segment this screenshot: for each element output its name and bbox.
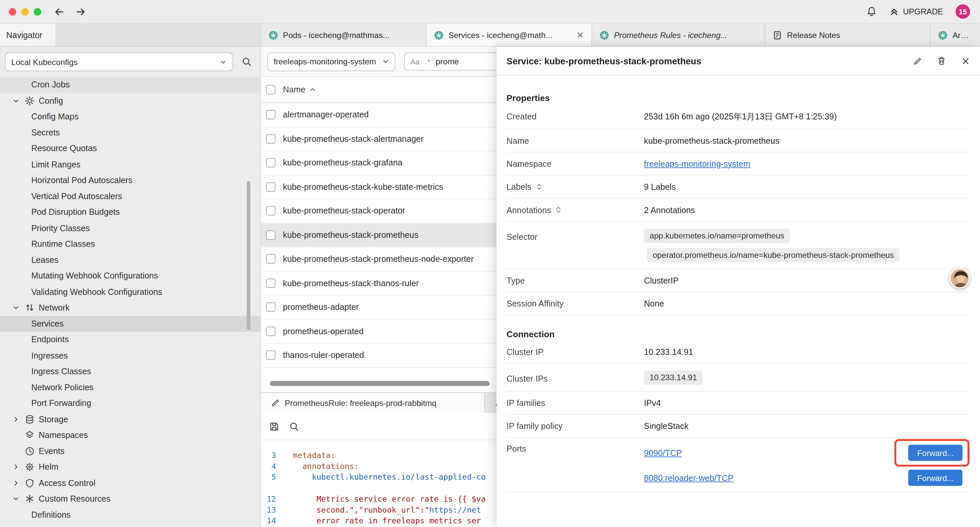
tab-prometheus-rules-icecheng[interactable]: Prometheus Rules - icecheng...: [592, 24, 765, 46]
line-content: kubectl.kubernetes.io/last-applied-co: [283, 471, 486, 482]
row-checkbox[interactable]: [266, 303, 275, 312]
port-link[interactable]: 8080:reloader-web/TCP: [644, 473, 733, 482]
sidebar-item-endpoints[interactable]: Endpoints: [0, 331, 261, 347]
sidebar-item-config-maps[interactable]: Config Maps: [0, 109, 261, 125]
sidebar-item-vertical-pod-autoscalers[interactable]: Vertical Pod Autoscalers: [0, 188, 261, 204]
navigator-title: Navigator: [6, 30, 42, 40]
dock-tab-prometheusrule-freeleaps-prod-rabbitmq[interactable]: PrometheusRule: freeleaps-prod-rabbitmq: [261, 393, 485, 413]
delete-icon[interactable]: [937, 56, 946, 66]
sidebar-item-secrets[interactable]: Secrets: [0, 125, 261, 141]
notifications-bell-icon[interactable]: [866, 6, 877, 17]
horizontal-scrollbar[interactable]: [270, 381, 490, 386]
edit-icon[interactable]: [913, 56, 922, 65]
row-checkbox[interactable]: [266, 158, 275, 167]
sidebar-item-label: Runtime Classes: [31, 239, 95, 249]
detail-row-created: Created253d 16h 6m ago (2025年1月13日 GMT+8…: [507, 104, 970, 129]
release-notes-icon: [773, 30, 782, 40]
sidebar-item-config[interactable]: Config: [0, 93, 261, 109]
sidebar-item-horizontal-pod-autoscalers[interactable]: Horizontal Pod Autoscalers: [0, 172, 261, 188]
sidebar-item-ingress-classes[interactable]: Ingress Classes: [0, 363, 261, 380]
select-all-checkbox[interactable]: [266, 85, 275, 94]
sidebar-item-helm[interactable]: Helm: [0, 459, 261, 475]
tab-pods-icecheng-mathmas[interactable]: Pods - icecheng@mathmas...: [261, 24, 426, 46]
sidebar-item-runtime-classes[interactable]: Runtime Classes: [0, 236, 261, 252]
detail-row-ip-families: IP familiesIPv4: [507, 392, 970, 415]
namespace-link[interactable]: freeleaps-monitoring-system: [644, 159, 751, 169]
row-checkbox[interactable]: [266, 255, 275, 264]
regex-toggle[interactable]: .*: [425, 57, 430, 66]
line-number: 12: [261, 493, 283, 504]
sidebar-item-services[interactable]: Services: [0, 316, 261, 332]
shield-icon: [25, 478, 39, 488]
match-case-toggle[interactable]: Aa: [410, 57, 420, 66]
gear-icon: [25, 96, 39, 105]
navigator-sidebar: Local Kubeconfigs Cron JobsConfigConfig …: [0, 47, 261, 527]
namespace-select[interactable]: freeleaps-monitoring-system: [267, 52, 395, 71]
sidebar-item-port-forwarding[interactable]: Port Forwarding: [0, 395, 261, 411]
tab-release-notes[interactable]: Release Notes: [765, 24, 931, 46]
back-button[interactable]: [54, 6, 65, 18]
sidebar-item-leases[interactable]: Leases: [0, 252, 261, 268]
detail-label-text: Labels: [507, 182, 532, 191]
sidebar-item-validating-webhook-configurations[interactable]: Validating Webhook Configurations: [0, 284, 261, 300]
sidebar-item-pod-disruption-budgets[interactable]: Pod Disruption Budgets: [0, 204, 261, 220]
sidebar-item-mutating-webhook-configurations[interactable]: Mutating Webhook Configurations: [0, 268, 261, 284]
user-avatar[interactable]: [949, 268, 970, 288]
detail-row-value: None: [644, 299, 970, 308]
sidebar-item-namespaces[interactable]: Namespaces: [0, 427, 261, 443]
forward-button[interactable]: Forward...: [908, 444, 963, 461]
row-checkbox[interactable]: [266, 110, 275, 119]
detail-row-value: freeleaps-monitoring-system: [644, 159, 970, 169]
blank-icon: [12, 447, 25, 455]
tab-label: Services - icecheng@math...: [448, 30, 570, 40]
name-column-header[interactable]: Name: [283, 85, 316, 94]
notification-count-badge[interactable]: 15: [956, 4, 970, 19]
detail-row-value: IPv4: [644, 398, 970, 408]
kubeconfig-select[interactable]: Local Kubeconfigs: [5, 53, 233, 71]
forward-button[interactable]: Forward...: [908, 470, 963, 486]
upgrade-button[interactable]: UPGRADE: [889, 7, 943, 16]
detail-row-cluster-ip: Cluster IP10.233.14.91: [507, 341, 970, 363]
minimize-window-button[interactable]: [21, 8, 29, 15]
row-checkbox[interactable]: [266, 279, 275, 288]
row-checkbox[interactable]: [266, 350, 275, 360]
tab-argo-s[interactable]: Argo S...: [931, 24, 980, 46]
sidebar-item-network-policies[interactable]: Network Policies: [0, 380, 261, 396]
port-link[interactable]: 9090/TCP: [644, 448, 682, 458]
sidebar-item-access-control[interactable]: Access Control: [0, 475, 261, 491]
sidebar-item-network[interactable]: Network: [0, 300, 261, 316]
sidebar-item-priority-classes[interactable]: Priority Classes: [0, 220, 261, 236]
detail-row-value: 10.233.14.91: [644, 347, 970, 356]
chevron-right-icon: [12, 463, 25, 471]
sidebar-scrollbar-thumb[interactable]: [247, 181, 250, 330]
detail-row-label: Selector: [507, 228, 644, 241]
navigator-tab[interactable]: Navigator: [0, 24, 56, 46]
detail-row-cluster-ips: Cluster IPs10.233.14.91: [507, 363, 970, 392]
save-icon[interactable]: [269, 421, 279, 431]
row-checkbox[interactable]: [266, 206, 275, 215]
tab-services-icecheng-math[interactable]: Services - icecheng@math...: [426, 24, 592, 46]
sidebar-item-definitions[interactable]: Definitions: [0, 507, 261, 523]
detail-row-value: 253d 16h 6m ago (2025年1月13日 GMT+8 1:25:3…: [644, 111, 970, 122]
sidebar-item-label: Secrets: [31, 128, 60, 137]
line-number: 5: [261, 471, 283, 482]
detail-row-value: 9 Labels: [644, 182, 970, 191]
row-checkbox[interactable]: [266, 230, 275, 239]
sidebar-item-custom-resources[interactable]: Custom Resources: [0, 491, 261, 507]
row-checkbox[interactable]: [266, 134, 275, 143]
sidebar-search-button[interactable]: [238, 53, 255, 70]
forward-button-nav[interactable]: [75, 6, 86, 18]
sidebar-item-events[interactable]: Events: [0, 443, 261, 459]
sidebar-item-ingresses[interactable]: Ingresses: [0, 347, 261, 363]
sidebar-item-limit-ranges[interactable]: Limit Ranges: [0, 156, 261, 172]
sidebar-item-resource-quotas[interactable]: Resource Quotas: [0, 140, 261, 156]
close-window-button[interactable]: [9, 8, 16, 15]
maximize-window-button[interactable]: [34, 8, 41, 15]
row-checkbox[interactable]: [266, 182, 275, 191]
sidebar-item-storage[interactable]: Storage: [0, 411, 261, 427]
titlebar: UPGRADE 15: [0, 0, 980, 24]
row-checkbox[interactable]: [266, 326, 275, 336]
editor-search-icon[interactable]: [289, 421, 299, 431]
sidebar-item-cron-jobs[interactable]: Cron Jobs: [0, 77, 261, 93]
close-panel-icon[interactable]: [961, 56, 970, 65]
